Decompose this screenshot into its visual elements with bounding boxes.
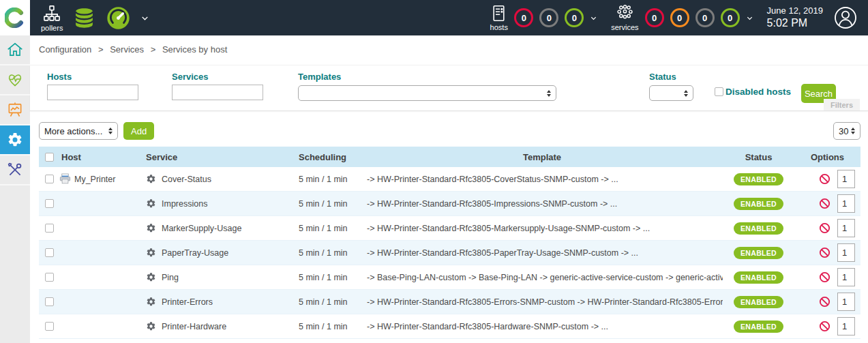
status-badge: ENABLED xyxy=(734,320,783,333)
breadcrumb-configuration[interactable]: Configuration xyxy=(39,44,91,55)
hosts-down-counter[interactable]: 0 xyxy=(514,8,533,27)
template-cell: -> HW-Printer-Standard-Rfc3805-CoverStat… xyxy=(361,175,723,184)
duplicate-count-input[interactable] xyxy=(837,170,855,188)
sidebar-item-monitoring[interactable] xyxy=(0,65,30,95)
row-checkbox[interactable] xyxy=(45,175,54,183)
disabled-hosts-checkbox[interactable] xyxy=(715,87,723,96)
duplicate-count-input[interactable] xyxy=(837,219,855,237)
template-cell: -> HW-Printer-Standard-Rfc3805-Hardware-… xyxy=(361,322,723,331)
service-link[interactable]: Cover-Status xyxy=(162,175,211,184)
duplicate-count-input[interactable] xyxy=(837,317,855,335)
add-button[interactable]: Add xyxy=(123,122,154,140)
select-all-checkbox[interactable] xyxy=(45,153,54,162)
service-link[interactable]: Printer-Errors xyxy=(162,297,213,307)
sidebar-item-reporting[interactable] xyxy=(0,95,30,125)
column-scheduling[interactable]: Scheduling xyxy=(293,152,361,162)
select-arrows-icon xyxy=(851,128,855,134)
disable-icon[interactable] xyxy=(819,271,830,283)
hosts-unreachable-counter[interactable]: 0 xyxy=(539,8,558,27)
disable-icon[interactable] xyxy=(819,222,830,234)
service-link[interactable]: Printer-Hardware xyxy=(162,322,226,331)
status-filter-label: Status xyxy=(649,72,676,82)
poller-dropdown-chevron-icon[interactable] xyxy=(140,14,149,23)
services-unknown-counter[interactable]: 0 xyxy=(695,8,715,27)
scheduling-cell: 5 min / 1 min xyxy=(293,248,361,258)
hosts-label: hosts xyxy=(490,23,508,31)
breadcrumb-services-by-host[interactable]: Services by host xyxy=(162,44,227,55)
filters-tab[interactable]: Filters xyxy=(824,99,860,110)
template-cell: -> HW-Printer-Standard-Rfc3805-Impressio… xyxy=(361,199,723,209)
breadcrumb: Configuration > Services > Services by h… xyxy=(39,44,227,55)
row-checkbox[interactable] xyxy=(45,297,54,306)
column-host[interactable]: Host xyxy=(59,152,143,162)
more-actions-select[interactable]: More actions... xyxy=(39,122,118,140)
column-template[interactable]: Template xyxy=(361,152,723,162)
service-link[interactable]: PaperTray-Usage xyxy=(162,248,228,258)
disable-icon[interactable] xyxy=(819,198,830,209)
status-filter-select[interactable] xyxy=(649,85,693,101)
service-link[interactable]: Ping xyxy=(162,273,179,282)
sidebar-item-administration[interactable] xyxy=(0,155,30,185)
page-size-select[interactable]: 30 xyxy=(833,122,860,140)
services-ok-counter[interactable]: 0 xyxy=(721,8,740,27)
services-dropdown-chevron-icon[interactable] xyxy=(746,14,753,22)
sidebar-item-configuration[interactable] xyxy=(0,125,30,155)
duplicate-count-input[interactable] xyxy=(837,243,855,262)
services-menu[interactable]: services xyxy=(611,4,638,31)
breadcrumb-services[interactable]: Services xyxy=(110,44,144,55)
more-actions-value: More actions... xyxy=(44,126,102,136)
status-badge: ENABLED xyxy=(734,198,783,210)
heart-pulse-icon xyxy=(6,71,24,89)
scheduling-cell: 5 min / 1 min xyxy=(293,322,361,331)
hosts-up-counter[interactable]: 0 xyxy=(565,8,584,27)
user-avatar-icon[interactable] xyxy=(834,6,857,29)
pollers-menu[interactable]: pollers xyxy=(41,4,63,32)
latency-gauge-icon[interactable] xyxy=(106,5,131,31)
current-date: June 12, 2019 xyxy=(767,5,823,16)
status-badge: ENABLED xyxy=(734,173,783,185)
table-row: Printer-Hardware 5 min / 1 min -> HW-Pri… xyxy=(39,314,860,339)
host-link[interactable]: My_Printer xyxy=(74,175,115,184)
table-row: Ping 5 min / 1 min -> Base-Ping-LAN-cust… xyxy=(39,265,860,290)
database-status-icon[interactable] xyxy=(72,6,96,30)
sidebar xyxy=(0,35,30,343)
hosts-menu[interactable]: hosts xyxy=(490,4,508,31)
service-gear-icon xyxy=(146,174,156,184)
services-critical-counter[interactable]: 0 xyxy=(645,8,664,27)
disable-icon[interactable] xyxy=(819,320,830,332)
row-checkbox[interactable] xyxy=(45,322,54,331)
services-icon xyxy=(616,4,634,23)
row-checkbox[interactable] xyxy=(45,248,54,257)
scheduling-cell: 5 min / 1 min xyxy=(293,199,361,209)
hosts-filter-input[interactable] xyxy=(47,85,138,100)
templates-filter-select[interactable] xyxy=(298,85,556,101)
duplicate-count-input[interactable] xyxy=(837,268,855,286)
status-badge: ENABLED xyxy=(734,271,783,284)
services-label: services xyxy=(611,23,638,31)
template-cell: -> Base-Ping-LAN-custom -> Base-Ping-LAN… xyxy=(361,273,723,282)
disabled-hosts-label: Disabled hosts xyxy=(725,87,791,97)
row-checkbox[interactable] xyxy=(45,224,54,233)
sidebar-item-home[interactable] xyxy=(0,35,30,65)
services-filter-input[interactable] xyxy=(172,85,263,100)
duplicate-count-input[interactable] xyxy=(837,293,855,311)
disable-icon[interactable] xyxy=(819,296,830,308)
disable-icon[interactable] xyxy=(819,173,830,185)
column-service[interactable]: Service xyxy=(143,152,293,162)
breadcrumb-separator: > xyxy=(151,44,156,55)
duplicate-count-input[interactable] xyxy=(837,194,855,213)
service-link[interactable]: Impressions xyxy=(162,199,207,209)
services-warning-counter[interactable]: 0 xyxy=(670,8,689,27)
centreon-logo[interactable] xyxy=(0,0,30,35)
row-checkbox[interactable] xyxy=(45,273,54,282)
column-options[interactable]: Options xyxy=(794,152,860,162)
disable-icon[interactable] xyxy=(819,247,830,258)
breadcrumb-separator: > xyxy=(98,44,104,55)
service-link[interactable]: MarkerSupply-Usage xyxy=(162,224,241,233)
row-checkbox[interactable] xyxy=(45,199,54,208)
select-arrows-icon xyxy=(684,90,688,97)
hosts-dropdown-chevron-icon[interactable] xyxy=(590,14,597,22)
column-status[interactable]: Status xyxy=(723,152,794,162)
centreon-app: pollers xyxy=(0,0,868,343)
pollers-label: pollers xyxy=(41,24,63,32)
